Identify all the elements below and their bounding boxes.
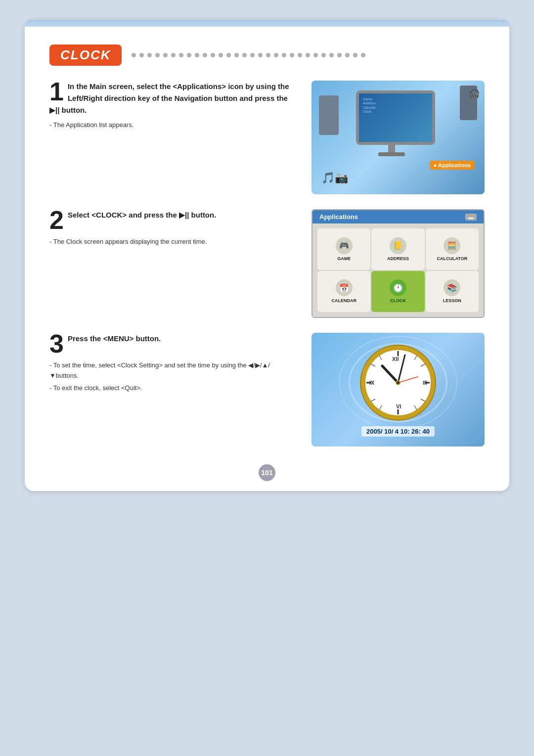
steps-area: 1 In the Main screen, select the <Applic…	[49, 81, 485, 461]
dot	[179, 53, 183, 57]
dot	[266, 53, 270, 57]
tv-screen-inner: GameAddressCalculatClock	[359, 93, 432, 142]
decoration-icons: 🎵📷	[321, 172, 348, 184]
clock-face-wrap: XII III VI IX	[358, 343, 438, 422]
step-2-number: 2	[49, 207, 64, 233]
game-icon: 🎮	[336, 237, 353, 254]
dot	[171, 53, 176, 57]
tv-stand	[388, 143, 395, 153]
speaker-left-icon	[319, 95, 339, 135]
app-cell-address: 📒 ADDRESS	[371, 228, 424, 270]
app-label-game: GAME	[337, 256, 351, 261]
dot	[147, 53, 152, 57]
dot	[187, 53, 191, 57]
dot	[163, 53, 168, 57]
dot	[298, 53, 302, 57]
app-label-calendar: CALENDAR	[331, 298, 356, 303]
tv-base	[378, 152, 405, 156]
dot	[203, 53, 207, 57]
step-1-main-text: In the Main screen, select the <Applicat…	[49, 81, 297, 116]
dot	[219, 53, 223, 57]
step-3-image: XII III VI IX	[312, 333, 485, 446]
clock-face-image: XII III VI IX	[312, 333, 485, 446]
step-1-left: 1 In the Main screen, select the <Applic…	[49, 81, 297, 133]
app-grid-title: Applications	[319, 213, 358, 221]
clock-title: CLOCK	[49, 44, 122, 66]
dot	[195, 53, 199, 57]
dot	[132, 53, 136, 57]
step-2-main-text: Select <CLOCK> and press the ▶|| button.	[49, 209, 297, 221]
step-3-number: 3	[49, 331, 64, 356]
app-cell-lesson: 📚 LESSON	[426, 271, 479, 312]
clock-header: CLOCK	[49, 44, 485, 66]
step-1-sub: - The Application list appears.	[49, 120, 297, 131]
step-2-sub-1: - The Clock screen appears displaying th…	[49, 237, 297, 247]
step-1-number: 1	[49, 79, 64, 104]
app-grid-cells: 🎮 GAME 📒 ADDRESS 🧮 CALCULATOR 📅	[312, 223, 484, 317]
step-3-sub-2: - To exit the clock, select <Quit>.	[49, 383, 297, 394]
app-label-clock: CLOCK	[390, 298, 406, 303]
app-label-lesson: LESSON	[443, 298, 461, 303]
dot	[329, 53, 334, 57]
page-container: CLOCK 1 In the Main screen, select the <…	[25, 20, 509, 491]
applications-screen-image: GameAddressCalculatClock ● Applications …	[312, 81, 485, 194]
step-3-text-block: 3 Press the <MENU> button.	[49, 333, 297, 356]
top-bar	[25, 20, 509, 27]
calculator-icon: 🧮	[444, 237, 460, 254]
dot	[306, 53, 310, 57]
dot	[282, 53, 286, 57]
dot	[250, 53, 255, 57]
app-cell-calculator: 🧮 CALCULATOR	[426, 228, 479, 270]
step-2-text-block: 2 Select <CLOCK> and press the ▶|| butto…	[49, 209, 297, 233]
step-2-row: 2 Select <CLOCK> and press the ▶|| butto…	[49, 209, 485, 318]
address-icon: 📒	[390, 237, 406, 254]
dot	[242, 53, 247, 57]
step-1-image: GameAddressCalculatClock ● Applications …	[312, 81, 485, 194]
step-1-text-block: 1 In the Main screen, select the <Applic…	[49, 81, 297, 116]
dot	[353, 53, 357, 57]
app-cell-calendar: 📅 CALENDAR	[317, 271, 370, 312]
dot	[211, 53, 215, 57]
step-2-image: Applications ▬ 🎮 GAME 📒 ADDRESS	[312, 209, 485, 318]
app-grid-header: Applications ▬	[312, 210, 484, 223]
tv-screen: GameAddressCalculatClock	[356, 90, 435, 145]
decoration-icons-right: 🎧	[469, 88, 480, 99]
app-label-address: ADDRESS	[387, 256, 409, 261]
dot	[258, 53, 263, 57]
page-number: 101	[259, 464, 275, 481]
dot	[234, 53, 239, 57]
lesson-icon: 📚	[444, 279, 460, 296]
dot	[313, 53, 318, 57]
dot	[226, 53, 231, 57]
dots-line	[132, 53, 485, 57]
dot	[155, 53, 160, 57]
app-grid-close: ▬	[465, 214, 477, 221]
app-cell-clock: 🕐 CLOCK	[371, 271, 424, 312]
step-3-sub: - To set the time, select <Clock Setting…	[49, 360, 297, 393]
step-1-row: 1 In the Main screen, select the <Applic…	[49, 81, 485, 194]
calendar-icon: 📅	[336, 279, 353, 296]
step-3-row: 3 Press the <MENU> button. - To set the …	[49, 333, 485, 446]
apps-label: ● Applications	[430, 161, 475, 170]
dot	[321, 53, 326, 57]
clock-ripple-inner	[349, 343, 447, 422]
step-3-main-text: Press the <MENU> button.	[49, 333, 297, 345]
dot	[345, 53, 350, 57]
step-3-sub-1: - To set the time, select <Clock Setting…	[49, 360, 297, 381]
dot	[139, 53, 144, 57]
clock-icon: 🕐	[390, 279, 406, 296]
app-cell-game: 🎮 GAME	[317, 228, 370, 270]
step-2-sub: - The Clock screen appears displaying th…	[49, 237, 297, 247]
dot	[361, 53, 365, 57]
dot	[337, 53, 342, 57]
step-1-sub-1: - The Application list appears.	[49, 120, 297, 131]
dot	[290, 53, 294, 57]
app-grid-image: Applications ▬ 🎮 GAME 📒 ADDRESS	[312, 209, 485, 318]
dot	[274, 53, 278, 57]
step-2-left: 2 Select <CLOCK> and press the ▶|| butto…	[49, 209, 297, 249]
img1-inner: GameAddressCalculatClock ● Applications …	[312, 81, 485, 194]
step-3-left: 3 Press the <MENU> button. - To set the …	[49, 333, 297, 395]
app-label-calculator: CALCULATOR	[437, 256, 467, 261]
